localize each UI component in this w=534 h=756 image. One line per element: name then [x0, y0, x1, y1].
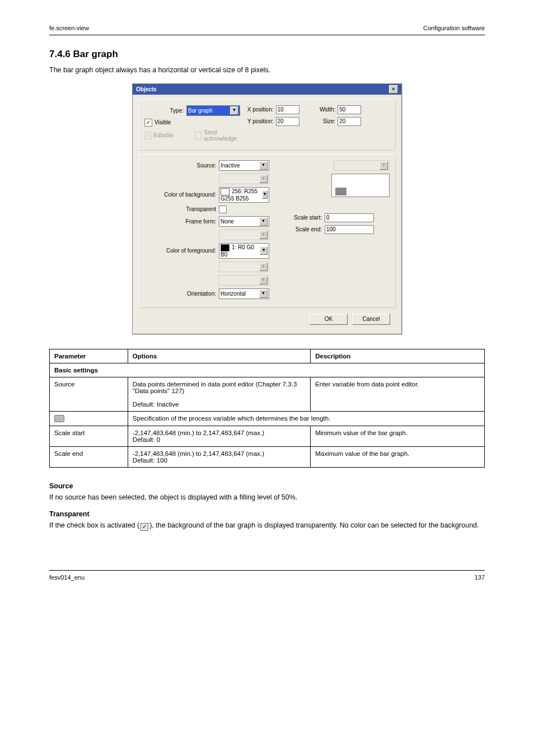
- footer-divider: [49, 570, 485, 571]
- scale-start-label: Scale start:: [277, 214, 325, 221]
- dialog-titlebar: Objects ×: [133, 84, 401, 95]
- chevron-down-icon: ▼: [259, 231, 268, 239]
- chevron-down-icon[interactable]: ▼: [260, 246, 268, 255]
- frame-sub-combo: ▼: [219, 230, 269, 240]
- table-row: Source Data points determined in data po…: [50, 377, 485, 411]
- scale-end-input[interactable]: [325, 225, 374, 234]
- sendack-checkbox: [195, 132, 202, 139]
- header-right: Configuration software: [423, 25, 485, 31]
- type-label: Type:: [144, 108, 186, 114]
- transparent-checkbox[interactable]: [219, 206, 227, 213]
- dialog-title: Objects: [136, 86, 157, 92]
- th-parameter: Parameter: [50, 349, 128, 363]
- fgcolor-sub1-combo: ▼: [219, 262, 269, 272]
- chevron-down-icon: ▼: [259, 175, 268, 183]
- source-label: Source:: [144, 162, 219, 169]
- width-label: Width:: [316, 106, 338, 113]
- section-title: 7.4.6 Bar graph: [49, 49, 485, 60]
- checked-icon: ✓: [140, 523, 148, 531]
- chevron-down-icon[interactable]: ▼: [259, 161, 268, 170]
- chevron-down-icon[interactable]: ▼: [262, 190, 268, 199]
- ypos-label: Y position:: [243, 118, 276, 124]
- subhead-transparent: Transparent: [49, 510, 485, 518]
- size-label: Size:: [316, 118, 338, 124]
- table-row: Specification of the process variable wh…: [50, 411, 485, 426]
- width-input[interactable]: [338, 105, 361, 114]
- th-description: Description: [311, 349, 485, 363]
- parameter-table: Parameter Options Description Basic sett…: [49, 349, 485, 468]
- type-combo[interactable]: Bar graph ▼: [186, 105, 240, 116]
- chevron-down-icon: ▼: [380, 161, 388, 170]
- header-divider: [49, 35, 485, 35]
- close-icon[interactable]: ×: [389, 85, 398, 94]
- cancel-button[interactable]: Cancel: [352, 314, 390, 325]
- footer-left: fesv014_enu: [49, 574, 85, 581]
- fgcolor-sub2-combo: ▼: [219, 275, 269, 286]
- chevron-down-icon: ▼: [259, 276, 268, 284]
- ok-button[interactable]: OK: [310, 314, 348, 325]
- visible-label: Visible: [154, 119, 171, 125]
- transparent-label: Transparent: [144, 206, 219, 212]
- panel-top: Type: Bar graph ▼ ✓ Visible ✓: [138, 99, 396, 151]
- visible-checkbox[interactable]: ✓: [144, 119, 152, 127]
- chevron-down-icon[interactable]: ▼: [259, 290, 268, 298]
- editable-checkbox: ✓: [144, 132, 151, 139]
- bgcolor-label: Color of background:: [144, 192, 219, 198]
- para-source: If no source has been selected, the obje…: [49, 492, 485, 502]
- ypos-input[interactable]: [276, 117, 299, 126]
- objects-dialog: Objects × Type: Bar graph ▼: [132, 83, 402, 334]
- size-input[interactable]: [338, 117, 361, 126]
- orientation-combo[interactable]: Horizontal ▼: [219, 288, 269, 299]
- book-icon: [54, 415, 64, 422]
- editable-label: Editable: [153, 132, 174, 138]
- header-left: fe.screen-view: [49, 25, 89, 31]
- frame-label: Frame form:: [144, 218, 219, 225]
- source-combo[interactable]: Inactive ▼: [219, 160, 269, 171]
- extra-combo-disabled: ▼: [334, 160, 390, 171]
- bgcolor-combo[interactable]: 256: R255 G255 B255 ▼: [219, 187, 269, 203]
- fgcolor-label: Color of foreground:: [144, 248, 219, 254]
- chevron-down-icon[interactable]: ▼: [230, 106, 238, 115]
- chevron-down-icon[interactable]: ▼: [259, 217, 268, 226]
- footer-right: 137: [475, 574, 485, 581]
- fgcolor-combo[interactable]: 1: R0 G0 B0 ▼: [219, 243, 269, 259]
- xpos-label: X position:: [243, 106, 276, 113]
- sendack-label: Send acknowledge: [204, 129, 243, 142]
- table-row: Scale end -2,147,483,648 (min.) to 2,147…: [50, 446, 485, 467]
- th-options: Options: [128, 349, 310, 363]
- source-sub-combo: ▼: [219, 174, 269, 184]
- para-transparent: If the check box is activated (✓), the b…: [49, 520, 485, 531]
- subhead-source: Source: [49, 482, 485, 490]
- orientation-label: Orientation:: [144, 291, 219, 297]
- preview-box: [331, 174, 390, 197]
- preview-bar: [335, 188, 346, 195]
- row-basic-settings: Basic settings: [50, 363, 485, 377]
- xpos-input[interactable]: [276, 105, 299, 114]
- frame-combo[interactable]: None ▼: [219, 216, 269, 227]
- scale-end-label: Scale end:: [277, 226, 325, 232]
- chevron-down-icon: ▼: [259, 263, 268, 271]
- scale-start-input[interactable]: [325, 213, 374, 222]
- panel-mid: Source: Inactive ▼ . ▼: [138, 154, 396, 308]
- section-intro: The bar graph object always has a horizo…: [49, 66, 485, 76]
- table-row: Scale start -2,147,483,648 (min.) to 2,1…: [50, 426, 485, 446]
